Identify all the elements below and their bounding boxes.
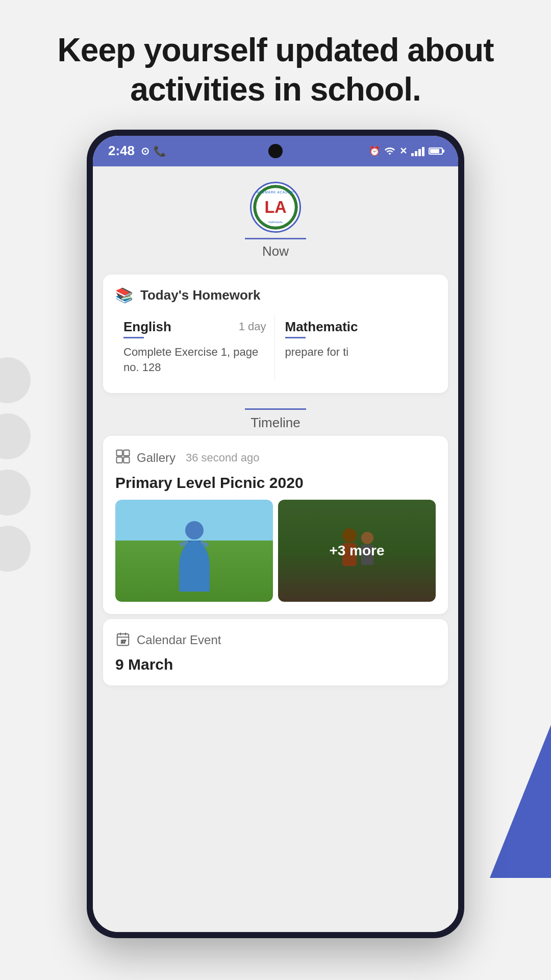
gallery-card-type-icon — [115, 448, 131, 467]
wifi-icon — [384, 145, 395, 157]
timeline-section: Timeline — [93, 408, 458, 431]
svg-rect-12 — [199, 541, 209, 548]
phone-screen: 2:48 ⊙ 📞 ⏰ ✕ — [93, 136, 458, 932]
svg-rect-7 — [117, 457, 122, 463]
page-background: Keep yourself updated about activities i… — [0, 0, 551, 980]
timeline-label: Timeline — [251, 415, 300, 431]
more-overlay: +3 more — [278, 500, 436, 602]
english-desc: Complete Exercise 1, page no. 128 — [123, 346, 258, 374]
logo-label: Now — [262, 243, 289, 259]
signal-strength-icon — [411, 146, 424, 156]
page-title: Keep yourself updated about activities i… — [31, 31, 520, 109]
english-underline — [123, 337, 144, 338]
timeline-underline — [245, 408, 306, 410]
status-bar: 2:48 ⊙ 📞 ⏰ ✕ — [93, 136, 458, 166]
homework-subjects: English 1 day Complete Exercise 1, page … — [115, 314, 436, 381]
calendar-card-icon: 27 — [115, 631, 131, 649]
svg-rect-5 — [117, 450, 122, 456]
svg-text:LANDMARK ACADEMY: LANDMARK ACADEMY — [255, 190, 296, 194]
whatsapp-icon: 📞 — [154, 145, 166, 157]
gallery-image-1[interactable] — [115, 500, 273, 602]
math-name-row: Mathematic — [285, 319, 428, 335]
svg-text:LA: LA — [264, 198, 286, 216]
circle-4 — [0, 526, 31, 572]
gallery-card-time: 36 second ago — [186, 451, 259, 464]
svg-rect-13 — [186, 567, 193, 582]
svg-text:27: 27 — [121, 639, 126, 644]
svg-text:Kathmandu: Kathmandu — [268, 220, 283, 223]
header-area: Keep yourself updated about activities i… — [0, 0, 551, 130]
homework-title: Today's Homework — [140, 287, 260, 303]
status-bar-right: ⏰ ✕ — [369, 145, 443, 157]
svg-rect-10 — [185, 541, 204, 569]
status-bar-left: 2:48 ⊙ 📞 — [108, 143, 166, 159]
homework-icon: 📚 — [115, 287, 133, 304]
svg-rect-14 — [195, 567, 203, 582]
gps-icon: ⊙ — [141, 145, 149, 157]
camera-notch — [268, 144, 283, 158]
school-logo: LA LANDMARK ACADEMY Kathmandu — [250, 182, 301, 233]
gallery-image-2[interactable]: +3 more — [278, 500, 436, 602]
data-x-icon: ✕ — [399, 145, 407, 157]
svg-rect-11 — [179, 540, 189, 547]
gallery-card-type: Gallery — [137, 451, 176, 465]
phone-frame: 2:48 ⊙ 📞 ⏰ ✕ — [87, 130, 464, 938]
english-days: 1 day — [239, 320, 266, 333]
english-name-row: English 1 day — [123, 319, 266, 335]
math-subject-name: Mathematic — [285, 319, 358, 335]
app-content: LA LANDMARK ACADEMY Kathmandu Now 📚 Toda… — [93, 166, 458, 932]
calendar-card-header: 27 Calendar Event — [115, 631, 436, 649]
subject-english[interactable]: English 1 day Complete Exercise 1, page … — [115, 314, 274, 381]
battery-fill — [430, 149, 439, 153]
gallery-timeline-card[interactable]: Gallery 36 second ago Primary Level Picn… — [103, 436, 448, 614]
gallery-card-title: Primary Level Picnic 2020 — [115, 474, 436, 492]
calendar-icon-svg: 27 — [115, 631, 131, 647]
homework-header: 📚 Today's Homework — [115, 287, 436, 304]
homework-card[interactable]: 📚 Today's Homework English 1 day Complet… — [103, 275, 448, 394]
logo-section: LA LANDMARK ACADEMY Kathmandu Now — [93, 166, 458, 270]
english-subject-name: English — [123, 319, 171, 335]
blue-corner-decoration — [490, 725, 551, 878]
circle-3 — [0, 470, 31, 516]
decorative-circles — [0, 357, 31, 572]
math-desc: prepare for ti — [285, 346, 349, 358]
gallery-grid: +3 more — [115, 500, 436, 602]
calendar-event-card[interactable]: 27 Calendar Event 9 March — [103, 619, 448, 685]
svg-point-9 — [185, 521, 204, 540]
la-logo-svg: LA LANDMARK ACADEMY Kathmandu — [253, 184, 298, 230]
gallery-card-header: Gallery 36 second ago — [115, 448, 436, 467]
battery-icon — [429, 148, 443, 155]
circle-1 — [0, 357, 31, 403]
calendar-card-date: 9 March — [115, 656, 436, 673]
circle-2 — [0, 413, 31, 459]
picnic-photo-1 — [115, 500, 273, 602]
logo-underline — [245, 238, 306, 239]
status-time: 2:48 — [108, 143, 135, 159]
subject-math[interactable]: Mathematic prepare for ti — [274, 314, 436, 381]
alarm-icon: ⏰ — [369, 145, 380, 157]
status-bar-center — [268, 144, 283, 158]
calendar-card-type: Calendar Event — [137, 633, 221, 647]
svg-rect-8 — [123, 457, 129, 463]
svg-rect-6 — [123, 450, 129, 456]
more-count-label: +3 more — [329, 543, 384, 559]
status-icons-left: ⊙ 📞 — [141, 145, 166, 157]
person-silhouette-1 — [174, 518, 215, 584]
math-underline — [285, 337, 306, 338]
